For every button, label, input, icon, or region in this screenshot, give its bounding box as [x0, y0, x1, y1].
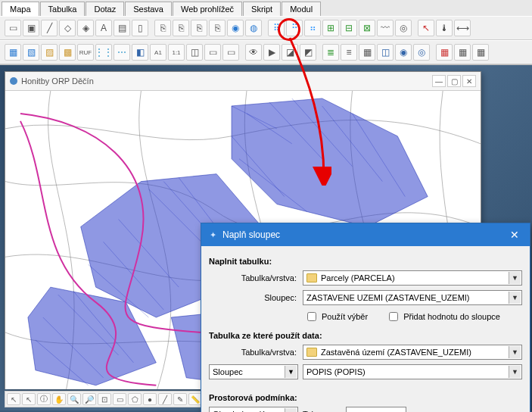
folder-icon: [306, 273, 317, 282]
tool2-palette-icon[interactable]: ▦: [359, 44, 375, 61]
tool2-win-icon[interactable]: ◫: [186, 44, 203, 61]
minimize-button[interactable]: —: [432, 75, 446, 87]
tool-target-icon[interactable]: ◎: [395, 20, 412, 36]
tool-dots2-icon[interactable]: ⠛: [286, 20, 303, 36]
tool2-g1-icon[interactable]: ▦: [436, 44, 453, 61]
tool-line-icon[interactable]: ╱: [41, 20, 58, 36]
sb-pan-icon[interactable]: ✋: [52, 393, 66, 405]
tool2-sel2-icon[interactable]: ▧: [23, 44, 39, 61]
chevron-down-icon[interactable]: ▼: [285, 366, 297, 378]
tool-dots-blue-icon[interactable]: ⠿: [268, 20, 285, 36]
sb-point-icon[interactable]: ●: [143, 393, 157, 405]
tool-grid-icon[interactable]: ⊞: [322, 20, 339, 36]
tool2-ruf-icon[interactable]: RUF: [77, 44, 94, 61]
sb-zoomin-icon[interactable]: 🔍: [67, 393, 81, 405]
map-window-icon: [10, 77, 17, 85]
target-column-label: Sloupec:: [209, 293, 298, 302]
tool-grid3-icon[interactable]: ⊠: [359, 20, 375, 36]
tool2-b2-icon[interactable]: ◉: [395, 44, 412, 61]
chevron-down-icon[interactable]: ▼: [509, 366, 521, 378]
add-value-checkbox[interactable]: [389, 312, 398, 321]
tool2-dark-icon[interactable]: ◪: [282, 44, 298, 61]
sb-poly-icon[interactable]: ⬠: [128, 393, 142, 405]
chevron-down-icon[interactable]: ▼: [509, 272, 521, 284]
tool-copy4-icon[interactable]: ⎘: [209, 20, 226, 36]
tab-dotaz[interactable]: Dotaz: [86, 2, 124, 16]
tab-tabulka[interactable]: Tabulka: [40, 2, 86, 16]
tool-copy3-icon[interactable]: ⎘: [191, 20, 207, 36]
tool2-sel4-icon[interactable]: ▩: [59, 44, 76, 61]
source-layer-select[interactable]: Zastavěná území (ZASTAVENE_UZEMI) ▼: [303, 345, 522, 360]
dialog-titlebar: ✦ Naplň sloupec ✕: [201, 223, 530, 246]
tool-image-icon[interactable]: ▣: [23, 20, 39, 36]
target-column-select[interactable]: ZASTAVENE UZEMI (ZASTAVENE_UZEMI) ▼: [303, 290, 522, 305]
tool2-b1-icon[interactable]: ◫: [377, 44, 394, 61]
tool2-stack-icon[interactable]: ≣: [322, 44, 339, 61]
tool2-flag-icon[interactable]: ▶: [263, 44, 280, 61]
tool2-l1-icon[interactable]: ▭: [204, 44, 221, 61]
tool-copy2-icon[interactable]: ⎘: [173, 20, 189, 36]
tab-mapa[interactable]: Mapa: [2, 2, 39, 16]
sb-cursor-icon[interactable]: ↖: [7, 393, 20, 405]
dialog-close-button[interactable]: ✕: [506, 228, 524, 242]
tool-rect-icon[interactable]: ▭: [5, 20, 21, 36]
section-source-table: Tabulka ze které použít data:: [209, 331, 522, 340]
tool2-a1-icon[interactable]: A1: [150, 44, 166, 61]
tool-arrow-icon[interactable]: ↖: [418, 20, 434, 36]
tab-skript[interactable]: Skript: [243, 2, 281, 16]
tab-web[interactable]: Web prohlížeč: [173, 2, 242, 16]
tool2-g3-icon[interactable]: ▦: [472, 44, 489, 61]
maximize-button[interactable]: ▢: [447, 75, 461, 87]
sb-zoomout-icon[interactable]: 🔎: [82, 393, 96, 405]
tool2-b3-icon[interactable]: ◎: [413, 44, 430, 61]
chevron-down-icon[interactable]: ▼: [285, 408, 297, 412]
source-layer-label: Tabulka/vrstva:: [209, 348, 298, 357]
tool-diamond-icon[interactable]: ◈: [77, 20, 94, 36]
source-mode-select[interactable]: Sloupec ▼: [209, 364, 298, 379]
chevron-down-icon[interactable]: ▼: [509, 346, 521, 358]
tab-modul[interactable]: Modul: [282, 2, 321, 16]
target-layer-select[interactable]: Parcely (PARCELA) ▼: [303, 270, 522, 286]
use-selection-checkbox[interactable]: [307, 312, 316, 321]
sb-line-icon[interactable]: ╱: [158, 393, 172, 405]
tool-curve-icon[interactable]: ◇: [59, 20, 76, 36]
tool-chart-icon[interactable]: 〰: [377, 20, 394, 36]
sb-info-icon[interactable]: ⓘ: [37, 393, 51, 405]
spatial-condition-select[interactable]: Obsahuje celý ▼: [209, 407, 298, 412]
chevron-down-icon[interactable]: ▼: [509, 292, 521, 304]
source-layer-value: Zastavěná území (ZASTAVENE_UZEMI): [321, 348, 471, 357]
tool-grid2-icon[interactable]: ⊟: [341, 20, 357, 36]
tool2-cube-icon[interactable]: ◩: [300, 44, 316, 61]
tool-table-icon[interactable]: ▤: [114, 20, 130, 36]
target-layer-label: Tabulka/vrstva:: [209, 273, 298, 282]
tolerance-input[interactable]: [346, 407, 406, 412]
tool2-g2-icon[interactable]: ▦: [454, 44, 471, 61]
tool-page-icon[interactable]: ▯: [132, 20, 148, 36]
tool-slider-icon[interactable]: ⟷: [454, 20, 471, 36]
tool2-sel3-icon[interactable]: ▨: [41, 44, 58, 61]
close-button[interactable]: ✕: [462, 75, 476, 87]
tool-text-icon[interactable]: A: [95, 20, 112, 36]
tool2-bars-icon[interactable]: ≡: [341, 44, 357, 61]
tool-globe-icon[interactable]: ◍: [245, 20, 262, 36]
sb-cursor2-icon[interactable]: ↖: [22, 393, 36, 405]
add-value-label: Přidat hodnotu do sloupce: [403, 312, 500, 321]
tool2-11-icon[interactable]: 1:1: [168, 44, 185, 61]
sb-box-icon[interactable]: ▭: [113, 393, 126, 405]
tab-sestava[interactable]: Sestava: [125, 2, 172, 16]
tool2-eye-icon[interactable]: 👁: [245, 44, 262, 61]
sb-edit-icon[interactable]: ✎: [173, 393, 187, 405]
tool-fill-column-icon[interactable]: ◉: [227, 20, 244, 36]
tool2-sel-icon[interactable]: ▦: [5, 44, 21, 61]
tool-dots3-icon[interactable]: ⠶: [304, 20, 321, 36]
source-column-select[interactable]: POPIS (POPIS) ▼: [303, 364, 522, 379]
sb-extent-icon[interactable]: ⊡: [98, 393, 111, 405]
tool2-l2-icon[interactable]: ▭: [222, 44, 239, 61]
tool2-net-icon[interactable]: ⋮⋮: [95, 44, 112, 61]
tool2-layer-icon[interactable]: ◧: [132, 44, 148, 61]
tool-thermo-icon[interactable]: 🌡: [436, 20, 453, 36]
folder-icon: [306, 348, 317, 357]
tool-copy-icon[interactable]: ⎘: [154, 20, 171, 36]
workspace: Honitby ORP Děčín — ▢ ✕: [0, 65, 532, 410]
tool2-net2-icon[interactable]: ⋯: [114, 44, 130, 61]
